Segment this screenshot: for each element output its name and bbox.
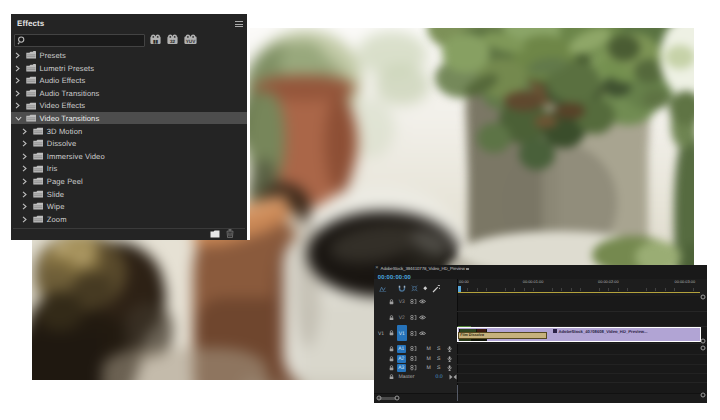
svg-text:32: 32 [169,39,175,44]
svg-text:▮▮: ▮▮ [152,39,158,44]
svg-text:YUV: YUV [185,39,195,44]
